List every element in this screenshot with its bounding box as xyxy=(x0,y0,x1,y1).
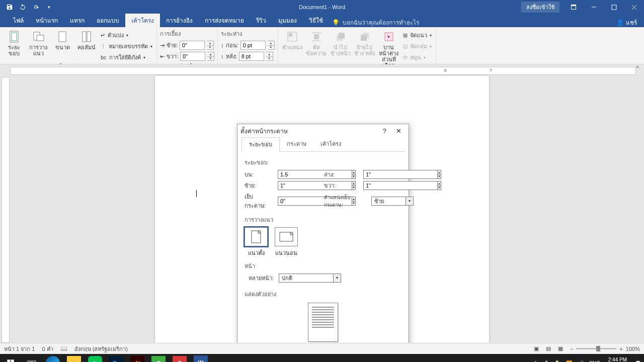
orientation-button[interactable]: การวาง แนว xyxy=(27,29,49,56)
spacing-before-label: ก่อน: xyxy=(226,41,238,50)
align-button[interactable]: ⊞จัดแนว▾ xyxy=(402,30,433,40)
orientation-landscape[interactable]: แนวนอน xyxy=(275,227,298,257)
tray-chevron-icon[interactable]: ˄ xyxy=(534,360,537,363)
bottom-margin-spinner[interactable]: ▲▼ xyxy=(437,170,441,179)
tab-file[interactable]: ไฟล์ xyxy=(7,14,30,27)
tray-mic-icon[interactable]: 🎤 xyxy=(541,359,549,362)
indent-left-spinner[interactable]: ▲▼ xyxy=(207,41,214,50)
tray-battery-icon[interactable]: 🔋 xyxy=(553,359,561,362)
tab-home[interactable]: หน้าแรก xyxy=(30,14,64,27)
taskbar-line[interactable]: L xyxy=(85,355,105,362)
rotate-button: ⟳หมุน▾ xyxy=(402,52,433,62)
status-words[interactable]: 0 คำ xyxy=(42,344,53,353)
taskbar-edge[interactable]: e xyxy=(43,355,63,362)
svg-rect-25 xyxy=(7,359,10,362)
top-margin-label: บน: xyxy=(245,170,274,179)
right-margin-input[interactable] xyxy=(363,181,437,190)
size-button[interactable]: ขนาด xyxy=(51,29,73,50)
horizontal-ruler[interactable]: 6 7 xyxy=(10,67,636,75)
tell-me-input[interactable]: 💡 บอกฉันว่าคุณต้องการทำอะไร xyxy=(332,18,419,27)
dialog-help-button[interactable]: ? xyxy=(377,126,391,136)
indent-right-input[interactable] xyxy=(180,52,205,61)
indent-right-icon: ⇤ xyxy=(160,53,165,60)
document-area: ˄ 6 7 ตั้งค่าหน้ากระดาษ ? ✕ ระยะขอบ กระด… xyxy=(0,64,644,343)
taskbar-camtasia[interactable]: C xyxy=(148,355,169,362)
zoom-slider[interactable] xyxy=(576,348,616,349)
spacing-after-spinner[interactable]: ▲▼ xyxy=(266,52,273,61)
zoom-out-button[interactable]: − xyxy=(570,346,573,352)
undo-button[interactable] xyxy=(16,1,29,13)
start-button[interactable] xyxy=(0,354,21,362)
multiple-pages-combo[interactable]: ปกติ▾ xyxy=(279,274,341,283)
indent-right-spinner[interactable]: ▲▼ xyxy=(207,52,214,61)
tab-mailings[interactable]: การส่งจดหมาย xyxy=(199,14,250,27)
qat-customize[interactable]: ▾ xyxy=(42,1,55,13)
lightbulb-icon: 💡 xyxy=(332,19,340,26)
task-view-button[interactable] xyxy=(21,354,42,362)
status-proofing-icon[interactable]: 📖 xyxy=(60,345,67,352)
text-cursor xyxy=(196,190,197,197)
dialog-tab-margins[interactable]: ระยะขอบ xyxy=(242,137,280,152)
minimize-button[interactable] xyxy=(584,0,604,14)
tab-layout[interactable]: เค้าโครง xyxy=(125,14,160,27)
status-language[interactable]: อังกฤษ (สหรัฐอเมริกา) xyxy=(74,344,128,353)
taskbar-photoshop[interactable]: Ps xyxy=(106,355,126,362)
position-icon xyxy=(285,30,299,43)
status-page[interactable]: หน้า 1 จาก 1 xyxy=(4,344,35,353)
tab-references[interactable]: การอ้างอิง xyxy=(160,14,199,27)
tray-volume-icon[interactable]: 🔊 xyxy=(577,359,585,362)
zoom-in-button[interactable]: + xyxy=(619,346,622,352)
taskbar-app-red[interactable]: C xyxy=(170,355,190,362)
orientation-portrait[interactable]: แนวตั้ง xyxy=(245,227,268,257)
vertical-ruler[interactable] xyxy=(2,77,10,343)
tab-review[interactable]: รีวิว xyxy=(250,14,272,27)
ribbon-tabs: ไฟล์ หน้าแรก แทรก ออกแบบ เค้าโครง การอ้า… xyxy=(0,14,644,27)
taskbar-illustrator[interactable]: Ai xyxy=(127,355,147,362)
spacing-after-input[interactable] xyxy=(239,52,264,61)
taskbar-explorer[interactable]: 📁 xyxy=(64,355,84,362)
bottom-margin-input[interactable] xyxy=(363,170,437,179)
taskbar-word[interactable]: W xyxy=(191,355,211,362)
hyphenation-button[interactable]: bcการใส่ยัติภังค์▾ xyxy=(100,52,153,62)
bottom-margin-label: ล่าง: xyxy=(324,170,359,179)
breaks-button[interactable]: ↵ตัวแบ่ง▾ xyxy=(100,30,153,40)
right-margin-spinner[interactable]: ▲▼ xyxy=(437,181,441,190)
ribbon: ระยะ ขอบ การวาง แนว ขนาด คอลัมน์ ↵ตัวแบ่… xyxy=(0,27,644,64)
maximize-button[interactable] xyxy=(604,0,624,14)
dialog-close-button[interactable]: ✕ xyxy=(391,126,406,136)
spacing-before-spinner[interactable]: ▲▼ xyxy=(268,41,275,50)
tray-wifi-icon[interactable]: 📶 xyxy=(565,359,573,362)
share-icon: 👤 xyxy=(616,19,624,26)
dialog-tab-paper[interactable]: กระดาษ xyxy=(280,137,313,151)
tab-view[interactable]: มุมมอง xyxy=(272,14,303,27)
rotate-icon: ⟳ xyxy=(403,54,408,61)
redo-button[interactable] xyxy=(29,1,42,13)
tab-design[interactable]: ออกแบบ xyxy=(91,14,125,27)
view-print-layout[interactable]: ▤ xyxy=(546,345,551,352)
indent-left-input[interactable] xyxy=(180,41,205,50)
columns-button[interactable]: คอลัมน์ xyxy=(75,29,98,50)
share-button[interactable]: 👤 แชร์ xyxy=(616,18,637,27)
margins-button[interactable]: ระยะ ขอบ xyxy=(3,29,25,56)
ribbon-display-button[interactable] xyxy=(564,0,584,14)
taskbar: e 📁 L Ps Ai C C W ˄ 🎤 🔋 📶 🔊 ENG 2:44 PM8… xyxy=(0,354,644,362)
line-numbers-button[interactable]: ⋮หมายเลขบรรทัด▾ xyxy=(100,41,153,51)
view-web-layout[interactable]: ▦ xyxy=(558,345,563,352)
selection-pane-button[interactable]: บานหน้าต่าง ส่วนที่เลือก xyxy=(378,29,400,68)
zoom-level[interactable]: 100% xyxy=(626,346,640,352)
tray-language[interactable]: ENG xyxy=(589,360,600,363)
sign-in-button[interactable]: ลงชื่อเข้าใช้ xyxy=(521,2,559,13)
tab-insert[interactable]: แทรก xyxy=(64,14,91,27)
tray-clock[interactable]: 2:44 PM8/9/2021 xyxy=(604,357,630,362)
dialog-tab-layout[interactable]: เค้าโครง xyxy=(313,137,348,151)
view-read-mode[interactable]: ▣ xyxy=(534,345,539,352)
gutter-pos-combo[interactable]: ซ้าย▾ xyxy=(371,197,414,206)
close-button[interactable] xyxy=(624,0,644,14)
tab-help[interactable]: วิธีใช้ xyxy=(303,14,329,27)
save-button[interactable] xyxy=(3,1,16,13)
spacing-before-input[interactable] xyxy=(240,41,266,50)
group-button: ⊡จัดกลุ่ม▾ xyxy=(402,41,433,51)
size-icon xyxy=(55,30,69,43)
tray-notifications-icon[interactable]: 💬 xyxy=(634,359,642,362)
send-backward-button: ย้ายไปข้าง หลัง xyxy=(354,29,376,56)
